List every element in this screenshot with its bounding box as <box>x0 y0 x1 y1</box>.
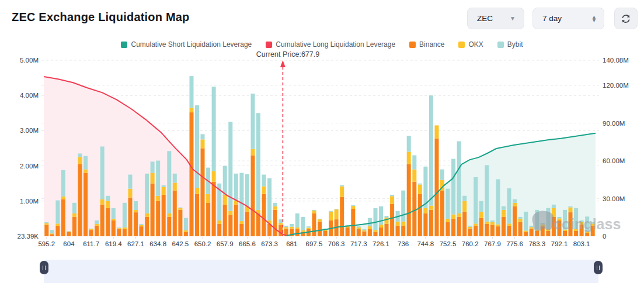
bar-bybit <box>112 208 116 219</box>
bar-okx <box>485 222 489 224</box>
bar-okx <box>178 208 182 210</box>
bar-binance <box>312 213 316 236</box>
bar-binance <box>78 164 82 236</box>
bar-binance <box>117 229 121 236</box>
bar-binance <box>156 201 160 236</box>
bar-bybit <box>290 224 294 227</box>
bar-okx <box>496 225 500 227</box>
bar-bybit <box>362 229 366 230</box>
bar-bybit <box>335 209 339 209</box>
bar-okx <box>435 125 439 138</box>
bar-bybit <box>279 219 283 223</box>
bar-binance <box>128 198 133 236</box>
bar-binance <box>151 184 155 236</box>
bar-bybit <box>89 229 93 229</box>
bar-binance <box>518 222 523 236</box>
left-axis-tick: 4.00M <box>20 92 39 99</box>
bar-okx <box>374 230 378 232</box>
bar-binance <box>273 210 277 236</box>
bar-bybit <box>318 219 322 219</box>
bar-okx <box>55 223 60 226</box>
x-axis-tick: 611.7 <box>83 240 99 247</box>
bar-okx <box>223 195 227 205</box>
bar-bybit <box>173 174 177 183</box>
bar-okx <box>212 171 216 182</box>
bar-binance <box>462 212 467 236</box>
bar-binance <box>479 218 483 236</box>
bar-binance <box>474 226 478 236</box>
bar-okx <box>530 227 534 228</box>
bar-okx <box>117 228 121 229</box>
bar-binance <box>429 210 433 236</box>
zoom-slider-right-handle[interactable] <box>594 261 603 274</box>
x-axis-tick: 627.1 <box>127 240 144 247</box>
bar-binance <box>412 182 416 236</box>
bar-okx <box>457 213 461 217</box>
bar-okx <box>318 219 322 222</box>
bar-bybit <box>106 196 110 201</box>
bar-binance <box>83 173 88 236</box>
bar-bybit <box>357 226 361 227</box>
bar-binance <box>44 225 48 236</box>
bar-bybit <box>301 217 305 230</box>
bar-binance <box>262 194 266 236</box>
bar-bybit <box>44 222 48 223</box>
bar-bybit <box>162 185 166 187</box>
bar-bybit <box>123 203 127 227</box>
bar-okx <box>368 226 372 229</box>
bar-bybit <box>251 94 255 149</box>
bar-bybit <box>457 142 461 213</box>
bar-binance <box>490 225 495 236</box>
bar-binance <box>379 227 383 236</box>
bar-binance <box>451 219 455 236</box>
bar-okx <box>201 139 205 148</box>
bar-bybit <box>178 208 182 208</box>
bar-binance <box>162 195 166 236</box>
zoom-slider-track[interactable] <box>44 260 598 283</box>
bar-okx <box>429 206 433 210</box>
x-axis-tick: 595.2 <box>38 240 55 247</box>
zoom-slider-left-handle[interactable] <box>40 261 48 274</box>
bar-bybit <box>223 166 227 195</box>
x-axis-tick: 697.5 <box>306 240 323 247</box>
bar-okx <box>307 228 311 229</box>
bar-bybit <box>117 227 121 228</box>
bar-binance <box>123 229 127 236</box>
bar-okx <box>518 219 523 222</box>
bar-binance <box>446 222 450 236</box>
bar-okx <box>128 189 133 198</box>
x-axis-tick: 681 <box>286 240 297 247</box>
bar-bybit <box>502 206 506 210</box>
bar-bybit <box>385 216 389 218</box>
bar-bybit <box>72 203 76 213</box>
bar-bybit <box>312 210 316 211</box>
bar-okx <box>173 183 177 191</box>
bar-okx <box>451 215 455 219</box>
bar-binance <box>485 224 489 236</box>
bar-okx <box>412 170 416 182</box>
x-axis-tick: 642.5 <box>172 240 189 247</box>
bar-binance <box>396 226 400 236</box>
bar-bybit <box>100 147 105 199</box>
bar-bybit <box>78 154 82 157</box>
bar-binance <box>496 226 500 236</box>
bar-okx <box>390 196 394 204</box>
bar-okx <box>502 210 506 217</box>
bar-okx <box>468 227 472 229</box>
bar-binance <box>251 156 255 237</box>
bar-binance <box>546 231 550 236</box>
bar-okx <box>423 208 427 213</box>
bar-okx <box>462 201 467 212</box>
bar-binance <box>323 231 328 236</box>
bar-binance <box>535 231 539 236</box>
bar-okx <box>167 213 171 217</box>
x-axis-tick: 717.3 <box>350 240 367 247</box>
bar-binance <box>351 209 355 236</box>
bar-okx <box>474 223 478 226</box>
bar-bybit <box>407 136 411 151</box>
bar-bybit <box>307 226 311 227</box>
x-axis-tick: 706.3 <box>328 240 345 247</box>
liquidation-chart[interactable]: 5.00M4.00M3.00M2.00M1.00M23.39K140.08M12… <box>0 0 644 293</box>
bar-binance <box>295 229 300 236</box>
current-price-arrow-icon <box>280 60 286 67</box>
